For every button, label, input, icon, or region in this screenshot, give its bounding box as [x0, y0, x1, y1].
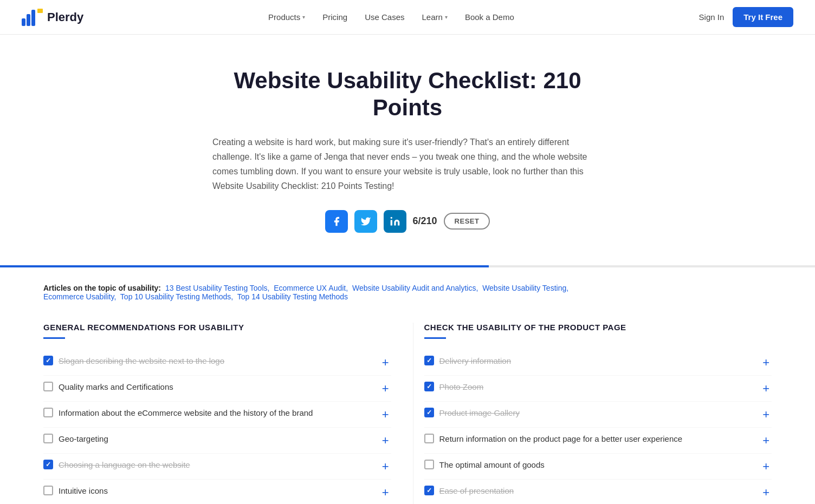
svg-point-0	[390, 217, 392, 218]
logo-bar-3	[31, 10, 35, 26]
list-item: Return information on the product page f…	[424, 428, 772, 454]
hero-section: Website Usability Checklist: 210 Points …	[191, 35, 624, 265]
list-item: Slogan describing the website next to th…	[43, 350, 391, 376]
plus-button-3[interactable]: +	[380, 408, 391, 422]
checkbox-3[interactable]	[43, 408, 53, 417]
item-label-r4: Return information on the product page f…	[439, 433, 683, 446]
article-link-4[interactable]: Website Usability Testing	[482, 284, 566, 292]
list-item: Ease of presentation +	[424, 480, 772, 504]
checklist-col-left: GENERAL RECOMMENDATIONS FOR USABILITY Sl…	[43, 323, 413, 504]
list-item: The optimal amount of goods +	[424, 454, 772, 480]
nav-products[interactable]: Products ▾	[262, 8, 312, 26]
list-item: Product image Gallery +	[424, 402, 772, 428]
checklist-content: GENERAL RECOMMENDATIONS FOR USABILITY Sl…	[0, 312, 815, 504]
progress-counter: 6/210	[413, 215, 437, 227]
linkedin-share-button[interactable]	[384, 210, 406, 233]
plus-button-r3[interactable]: +	[760, 408, 772, 422]
checkbox-r4[interactable]	[424, 434, 434, 443]
item-label-r3: Product image Gallery	[439, 407, 520, 420]
item-label-3: Information about the eCommerce website …	[59, 407, 313, 420]
hero-description: Creating a website is hard work, but mak…	[212, 135, 603, 194]
list-item: Geo-targeting +	[43, 428, 391, 454]
articles-label: Articles on the topic of usability:	[43, 284, 161, 292]
try-free-button[interactable]: Try It Free	[733, 7, 793, 27]
nav-use-cases[interactable]: Use Cases	[358, 8, 411, 26]
checkbox-5[interactable]	[43, 460, 53, 469]
logo-bar-1	[22, 18, 25, 26]
header: Plerdy Products ▾ Pricing Use Cases Lear…	[0, 0, 815, 35]
item-label-5: Choosing a language on the website	[59, 459, 190, 472]
nav-use-cases-label: Use Cases	[365, 12, 404, 22]
nav-pricing[interactable]: Pricing	[316, 8, 354, 26]
checkbox-2[interactable]	[43, 382, 53, 391]
checkbox-r2[interactable]	[424, 382, 434, 391]
checkbox-r3[interactable]	[424, 408, 434, 417]
col-left-underline	[43, 337, 65, 339]
list-item: Delivery information +	[424, 350, 772, 376]
list-item: Intuitive icons +	[43, 480, 391, 504]
twitter-icon	[360, 216, 371, 227]
linkedin-icon	[390, 216, 400, 227]
reset-button[interactable]: RESET	[444, 213, 490, 230]
plus-button-r1[interactable]: +	[760, 356, 772, 370]
plus-button-2[interactable]: +	[380, 382, 391, 396]
article-link-1[interactable]: 13 Best Usability Testing Tools	[165, 284, 268, 292]
logo-bar-2	[27, 14, 30, 26]
plus-button-r2[interactable]: +	[760, 382, 772, 396]
item-label-4: Geo-targeting	[59, 433, 108, 446]
col-right-underline	[424, 337, 446, 339]
list-item: Choosing a language on the website +	[43, 454, 391, 480]
facebook-icon	[331, 216, 342, 227]
item-label-2: Quality marks and Certifications	[59, 381, 173, 394]
plus-button-6[interactable]: +	[380, 486, 391, 500]
item-label-r1: Delivery information	[439, 355, 512, 368]
checkbox-6[interactable]	[43, 486, 53, 495]
checklist-col-right: CHECK THE USABILITY OF THE PRODUCT PAGE …	[413, 323, 772, 504]
articles-section: Articles on the topic of usability: 13 B…	[0, 267, 815, 312]
list-item: Quality marks and Certifications +	[43, 376, 391, 402]
logo-flag	[37, 9, 43, 13]
checkbox-r5[interactable]	[424, 460, 434, 469]
item-label-1: Slogan describing the website next to th…	[59, 355, 224, 368]
page-title: Website Usability Checklist: 210 Points	[212, 67, 603, 122]
plus-button-1[interactable]: +	[380, 356, 391, 370]
social-row: 6/210 RESET	[212, 210, 603, 233]
col-right-title: CHECK THE USABILITY OF THE PRODUCT PAGE	[424, 323, 772, 332]
chevron-down-icon-learn: ▾	[445, 14, 448, 20]
list-item: Photo Zoom +	[424, 376, 772, 402]
plus-button-5[interactable]: +	[380, 460, 391, 474]
checkbox-1[interactable]	[43, 356, 53, 365]
item-label-r6: Ease of presentation	[439, 485, 514, 498]
logo-text: Plerdy	[47, 10, 83, 24]
main-nav: Products ▾ Pricing Use Cases Learn ▾ Boo…	[262, 8, 521, 26]
plus-button-4[interactable]: +	[380, 434, 391, 448]
logo[interactable]: Plerdy	[22, 9, 83, 26]
facebook-share-button[interactable]	[325, 210, 348, 233]
checkbox-r6[interactable]	[424, 486, 434, 495]
nav-learn-label: Learn	[422, 12, 443, 22]
checkbox-4[interactable]	[43, 434, 53, 443]
col-left-title: GENERAL RECOMMENDATIONS FOR USABILITY	[43, 323, 391, 332]
sign-in-link[interactable]: Sign In	[699, 12, 725, 22]
article-link-7[interactable]: Top 14 Usability Testing Methods	[237, 292, 348, 301]
nav-book-demo-label: Book a Demo	[465, 12, 514, 22]
plus-button-r6[interactable]: +	[760, 486, 772, 500]
plus-button-r5[interactable]: +	[760, 460, 772, 474]
article-link-5[interactable]: Ecommerce Usability	[43, 292, 114, 301]
article-link-3[interactable]: Website Usability Audit and Analytics	[352, 284, 476, 292]
checkbox-r1[interactable]	[424, 356, 434, 365]
plus-button-r4[interactable]: +	[760, 434, 772, 448]
item-label-6: Intuitive icons	[59, 485, 108, 498]
nav-products-label: Products	[268, 12, 300, 22]
nav-pricing-label: Pricing	[322, 12, 347, 22]
list-item: Information about the eCommerce website …	[43, 402, 391, 428]
chevron-down-icon: ▾	[302, 14, 305, 20]
header-actions: Sign In Try It Free	[699, 7, 793, 27]
article-link-2[interactable]: Ecommerce UX Audit	[274, 284, 346, 292]
twitter-share-button[interactable]	[354, 210, 377, 233]
item-label-r2: Photo Zoom	[439, 381, 484, 394]
nav-learn[interactable]: Learn ▾	[416, 8, 454, 26]
logo-icon	[22, 9, 43, 26]
article-link-6[interactable]: Top 10 Usability Testing Methods	[120, 292, 231, 301]
nav-book-demo[interactable]: Book a Demo	[458, 8, 521, 26]
